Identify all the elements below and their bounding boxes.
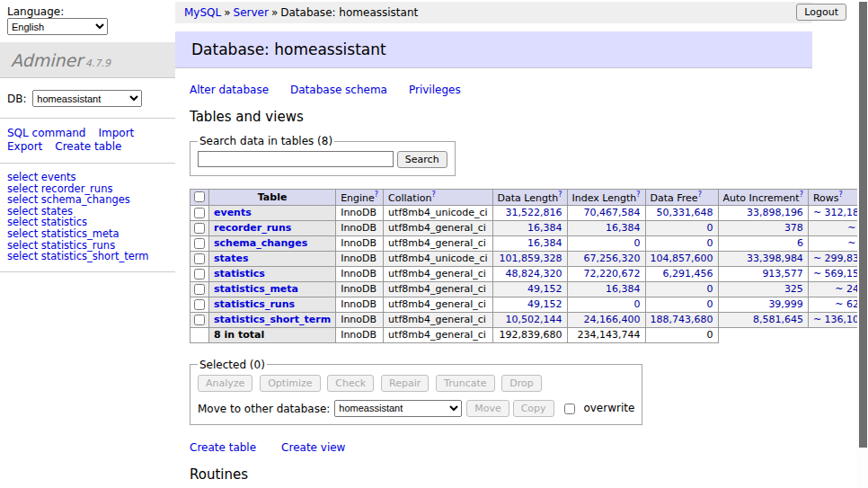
search-input[interactable] xyxy=(198,151,394,167)
drop-button[interactable]: Drop xyxy=(501,375,541,392)
column-hint-link[interactable]: ? xyxy=(636,191,640,199)
table-row: statistics_runsInnoDButf8mb4_general_ci4… xyxy=(190,297,868,312)
table-name-link[interactable]: statistics_meta xyxy=(214,283,298,295)
cell-data-length: 48,824,320 xyxy=(492,266,567,281)
row-checkbox[interactable] xyxy=(194,223,205,234)
privileges-link[interactable]: Privileges xyxy=(409,84,461,96)
row-checkbox[interactable] xyxy=(194,269,205,279)
vertical-scrollbar-track[interactable] xyxy=(857,0,868,488)
column-hint-link[interactable]: ? xyxy=(800,191,803,199)
column-hint-link[interactable]: ? xyxy=(838,191,842,199)
column-hint-link[interactable]: ? xyxy=(698,191,702,199)
create-table-link[interactable]: Create table xyxy=(190,441,256,454)
column-header-auto-increment: Auto Increment? xyxy=(718,190,808,206)
table-name-link[interactable]: states xyxy=(214,253,249,264)
create-table-link-sidebar[interactable]: Create table xyxy=(55,140,121,153)
truncate-button[interactable]: Truncate xyxy=(436,375,494,392)
column-label: Index Length xyxy=(572,192,637,204)
row-checkbox[interactable] xyxy=(194,253,205,264)
sidebar-select-link-statistics-short-term[interactable]: select statistics_short_term xyxy=(7,250,148,262)
breadcrumb-server-link[interactable]: Server xyxy=(234,6,269,19)
table-name-cell: statistics_runs xyxy=(209,297,336,312)
table-name-link[interactable]: statistics_runs xyxy=(214,298,295,310)
select-all-checkbox[interactable] xyxy=(194,191,205,202)
move-database-select[interactable]: homeassistant xyxy=(334,400,462,417)
breadcrumb-separator: » xyxy=(221,6,233,19)
row-checkbox[interactable] xyxy=(194,238,205,249)
row-checkbox[interactable] xyxy=(194,208,205,218)
column-hint-link[interactable]: ? xyxy=(375,191,378,199)
copy-button[interactable]: Copy xyxy=(513,400,554,417)
database-schema-link[interactable]: Database schema xyxy=(290,84,387,96)
table-name-link[interactable]: events xyxy=(214,207,252,218)
sidebar-table-list: select events select recorder_runs selec… xyxy=(0,164,175,272)
cell-data-length: 16,384 xyxy=(492,220,567,235)
row-select-cell xyxy=(190,312,209,327)
column-hint-link[interactable]: ? xyxy=(558,191,562,199)
column-header-engine: Engine? xyxy=(336,190,384,206)
column-hint-link[interactable]: ? xyxy=(431,191,435,199)
row-checkbox[interactable] xyxy=(194,284,205,295)
vertical-scrollbar-thumb[interactable] xyxy=(859,2,867,448)
cell-index-length: 72,220,672 xyxy=(567,266,645,281)
cell-auto-increment: 39,999 xyxy=(718,297,808,312)
table-row: eventsInnoDButf8mb4_unicode_ci31,522,816… xyxy=(190,205,868,220)
move-button[interactable]: Move xyxy=(466,400,509,417)
cell-data-free: 188,743,680 xyxy=(645,312,718,327)
db-select[interactable]: homeassistant xyxy=(32,90,142,107)
logout-button[interactable]: Logout xyxy=(796,4,846,21)
overwrite-checkbox[interactable] xyxy=(564,404,575,414)
create-view-link[interactable]: Create view xyxy=(281,441,345,454)
cell-collation: utf8mb4_unicode_ci xyxy=(384,205,492,220)
row-checkbox[interactable] xyxy=(194,315,205,325)
tables-head-row: TableEngine?Collation?Data Length?Index … xyxy=(190,190,868,206)
repair-button[interactable]: Repair xyxy=(381,375,429,392)
table-row: statistics_short_termInnoDButf8mb4_gener… xyxy=(190,312,868,327)
row-checkbox[interactable] xyxy=(194,299,205,310)
cell-data-free: 0 xyxy=(645,281,718,297)
language-select[interactable]: English xyxy=(7,18,108,35)
selected-legend: Selected (0) xyxy=(198,359,267,371)
breadcrumb-mysql-link[interactable]: MySQL xyxy=(184,6,221,19)
optimize-button[interactable]: Optimize xyxy=(260,375,320,392)
table-name-link[interactable]: statistics xyxy=(214,268,265,279)
menu-actions: SQL commandImport ExportCreate table xyxy=(0,119,175,164)
list-item: select statistics_short_term xyxy=(7,251,168,262)
import-link[interactable]: Import xyxy=(98,127,134,139)
cell-auto-increment: 6 xyxy=(718,235,808,251)
tables-table-head: TableEngine?Collation?Data Length?Index … xyxy=(190,190,868,206)
table-name-cell: statistics_meta xyxy=(209,281,336,297)
export-link[interactable]: Export xyxy=(7,140,42,153)
create-links-row: Create tableCreate view xyxy=(190,441,868,454)
move-label: Move to other database: xyxy=(198,402,330,414)
cell-index-length: 67,256,320 xyxy=(567,251,645,266)
sql-command-link[interactable]: SQL command xyxy=(7,127,85,139)
cell-data-free: 0 xyxy=(645,297,718,312)
overwrite-label[interactable]: overwrite xyxy=(583,402,634,414)
cell-index-length: 0 xyxy=(567,235,645,251)
cell-engine: InnoDB xyxy=(336,266,384,281)
cell-auto-increment: 325 xyxy=(718,281,808,297)
cell-collation: utf8mb4_general_ci xyxy=(384,297,492,312)
table-row: schema_changesInnoDButf8mb4_general_ci16… xyxy=(190,235,868,251)
analyze-button[interactable]: Analyze xyxy=(198,375,252,392)
table-name-link[interactable]: schema_changes xyxy=(214,237,307,249)
column-header-table: Table xyxy=(209,190,336,206)
search-button[interactable]: Search xyxy=(397,151,447,168)
table-name-link[interactable]: statistics_short_term xyxy=(214,314,331,325)
cell-engine: InnoDB xyxy=(336,281,384,297)
alter-database-link[interactable]: Alter database xyxy=(190,84,269,96)
table-name-link[interactable]: recorder_runs xyxy=(214,222,291,234)
cell-data-free: 50,331,648 xyxy=(645,205,718,220)
cell-data-length: 10,502,144 xyxy=(492,312,567,327)
app-version: 4.7.9 xyxy=(85,58,111,69)
column-label: Auto Increment xyxy=(723,192,800,204)
total-cell-engine: InnoDB xyxy=(336,327,384,342)
column-label: Engine xyxy=(341,192,375,204)
cell-auto-increment: 33,898,196 xyxy=(718,205,808,220)
row-select-cell xyxy=(190,235,209,251)
db-label: DB: xyxy=(7,93,27,105)
check-button[interactable]: Check xyxy=(327,375,374,392)
search-fieldset: Search data in tables (8) Search xyxy=(190,135,456,176)
database-action-links: Alter databaseDatabase schemaPrivileges xyxy=(190,84,868,96)
